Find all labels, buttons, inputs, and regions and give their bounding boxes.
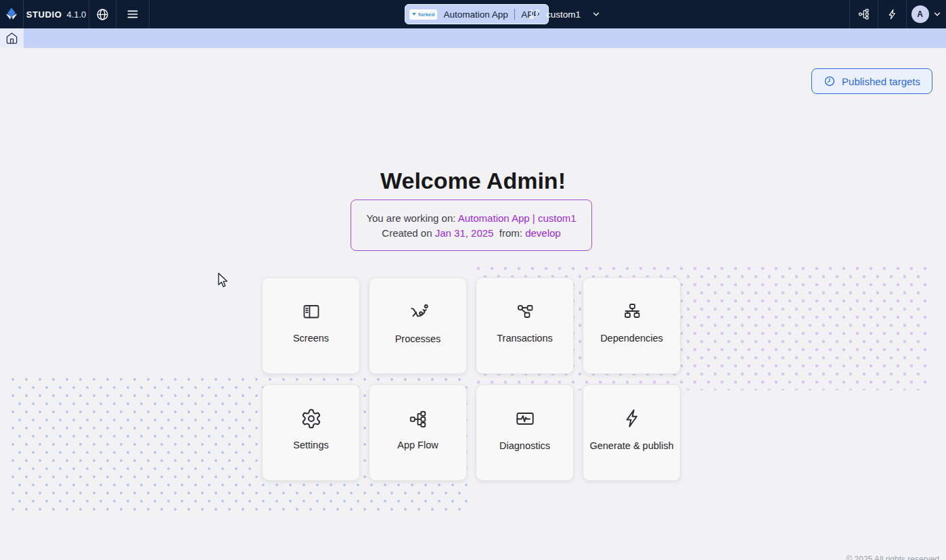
card-diagnostics[interactable]: Diagnostics xyxy=(476,384,574,481)
brand-version: 4.1.0 xyxy=(66,9,86,20)
card-dependencies[interactable]: Dependencies xyxy=(583,277,681,374)
processes-icon xyxy=(407,300,430,323)
card-label: App Flow xyxy=(397,440,438,450)
branch-selector[interactable]: custom1 xyxy=(528,0,601,28)
quick-actions-button[interactable] xyxy=(878,0,906,28)
avatar: A xyxy=(911,5,929,23)
card-screens[interactable]: Screens xyxy=(262,277,360,374)
published-targets-button[interactable]: Published targets xyxy=(811,68,932,94)
welcome-heading: Welcome Admin! xyxy=(0,168,946,194)
settings-gear-icon xyxy=(300,408,322,429)
card-processes[interactable]: Processes xyxy=(369,277,467,374)
clock-icon xyxy=(824,75,836,87)
transactions-icon xyxy=(514,301,536,323)
card-label: Screens xyxy=(293,333,329,344)
working-prefix: You are working on: xyxy=(366,212,457,224)
card-label: Dependencies xyxy=(600,333,663,344)
generate-publish-bolt-icon xyxy=(621,407,644,430)
working-on-line: You are working on: Automation App | cus… xyxy=(366,212,576,224)
project-tag-label: forked xyxy=(418,11,434,18)
from-label: from: xyxy=(493,227,525,239)
screens-icon xyxy=(300,301,322,323)
dependencies-icon xyxy=(621,301,643,323)
card-transactions[interactable]: Transactions xyxy=(476,277,574,374)
home-tab[interactable] xyxy=(0,28,24,48)
working-on-info-box: You are working on: Automation App | cus… xyxy=(351,200,592,251)
card-label: Diagnostics xyxy=(499,440,550,451)
brand-name: STUDIO xyxy=(26,9,62,20)
created-prefix: Created on xyxy=(382,227,434,239)
card-label: Settings xyxy=(293,440,328,450)
card-label: Generate & publish xyxy=(589,440,673,451)
chevron-down-icon xyxy=(932,9,942,19)
card-app-flow[interactable]: App Flow xyxy=(369,384,467,481)
branch-name: custom1 xyxy=(546,9,581,20)
app-flow-icon xyxy=(407,408,429,429)
brand-block: STUDIO 4.1.0 xyxy=(24,0,89,28)
card-generate-publish[interactable]: Generate & publish xyxy=(583,384,681,481)
working-target-link[interactable]: Automation App | custom1 xyxy=(458,212,577,224)
globe-icon xyxy=(95,7,110,22)
mouse-cursor xyxy=(218,273,229,292)
project-tag-badge: forked xyxy=(409,9,437,20)
card-label: Transactions xyxy=(497,333,552,344)
created-line: Created on Jan 31, 2025 from: develop xyxy=(382,227,560,239)
lightning-icon xyxy=(886,8,899,21)
hierarchy-flow-icon xyxy=(857,7,871,21)
main-menu-button[interactable] xyxy=(116,0,150,28)
locale-button[interactable] xyxy=(89,0,116,28)
created-date-link[interactable]: Jan 31, 2025 xyxy=(435,227,494,239)
from-branch-link[interactable]: develop xyxy=(525,227,561,239)
footer-copyright-clipped: © 2025 All rights reserved xyxy=(846,555,939,560)
chevron-down-icon xyxy=(591,9,601,19)
user-menu-button[interactable]: A xyxy=(906,0,946,28)
feature-card-grid: Screens Processes Transactions xyxy=(262,277,681,481)
project-name: Automation App xyxy=(443,9,508,20)
diagnostics-pulse-icon xyxy=(514,407,537,430)
card-label: Processes xyxy=(395,333,441,344)
app-logo xyxy=(0,0,24,28)
hamburger-menu-icon xyxy=(126,7,139,21)
app-flow-nav-button[interactable] xyxy=(849,0,878,28)
project-selector[interactable]: forked Automation App APP xyxy=(405,4,549,24)
pill-divider xyxy=(514,9,516,20)
diamond-wings-logo-icon xyxy=(4,7,19,22)
funnel-icon xyxy=(412,13,416,16)
top-navbar: STUDIO 4.1.0 forked Automation App APP xyxy=(0,0,946,28)
published-targets-label: Published targets xyxy=(842,76,920,87)
card-settings[interactable]: Settings xyxy=(262,384,360,481)
home-icon xyxy=(5,32,18,45)
git-branch-icon xyxy=(528,8,541,20)
breadcrumb-tab-bar xyxy=(0,28,946,48)
